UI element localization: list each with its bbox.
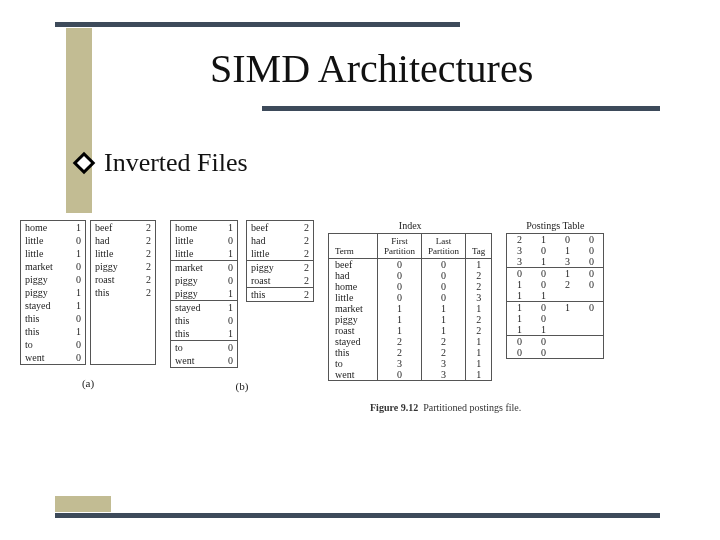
table-row: stayed1 bbox=[21, 299, 85, 312]
table-row: this2 bbox=[247, 288, 313, 301]
label-a: (a) bbox=[20, 377, 156, 389]
table-row: little0 bbox=[21, 234, 85, 247]
table-row: went0 bbox=[21, 351, 85, 364]
slide-title: SIMD Architectures bbox=[210, 45, 533, 92]
table-row: roast2 bbox=[247, 274, 313, 287]
table-row: this221 bbox=[329, 347, 492, 358]
table-row: this0 bbox=[171, 314, 237, 327]
table-row: this0 bbox=[21, 312, 85, 325]
table-row: home1 bbox=[171, 221, 237, 234]
table-row: piggy2 bbox=[91, 260, 155, 273]
table-row: beef2 bbox=[247, 221, 313, 234]
table-row: to0 bbox=[21, 338, 85, 351]
table-row: little2 bbox=[247, 247, 313, 260]
table-row: stayed221 bbox=[329, 336, 492, 347]
table-row: this1 bbox=[21, 325, 85, 338]
table-row: this1 bbox=[171, 327, 237, 340]
table-row: 1010 bbox=[507, 302, 604, 314]
segment: this2 bbox=[246, 287, 314, 302]
table-row: home002 bbox=[329, 281, 492, 292]
table-row: had002 bbox=[329, 270, 492, 281]
table-row: market111 bbox=[329, 303, 492, 314]
table-row: roast2 bbox=[91, 273, 155, 286]
top-rule bbox=[55, 22, 460, 27]
table-row: roast112 bbox=[329, 325, 492, 336]
table-row: piggy0 bbox=[21, 273, 85, 286]
table-row: 11 bbox=[507, 324, 604, 336]
table-a: home1little0little1market0piggy0piggy1st… bbox=[20, 220, 156, 389]
bottom-rule bbox=[55, 513, 660, 518]
postings-table-wrap: Postings Table 2100301031300010102011101… bbox=[506, 220, 604, 359]
table-row: 3130 bbox=[507, 256, 604, 268]
table-row: piggy2 bbox=[247, 261, 313, 274]
figure-number: Figure 9.12 bbox=[370, 402, 418, 413]
accent-bottom bbox=[55, 496, 111, 512]
table-row: 1020 bbox=[507, 279, 604, 290]
table-row: 00 bbox=[507, 347, 604, 359]
column-header: LastPartition bbox=[422, 234, 466, 259]
table-row: little2 bbox=[91, 247, 155, 260]
table-row: beef2 bbox=[91, 221, 155, 234]
mid-rule bbox=[262, 106, 660, 111]
table-row: piggy1 bbox=[171, 287, 237, 300]
table-row: this2 bbox=[91, 286, 155, 299]
table-row: stayed1 bbox=[171, 301, 237, 314]
table-row: went031 bbox=[329, 369, 492, 381]
segment: home1little0little1 bbox=[170, 220, 238, 260]
table-row: had2 bbox=[91, 234, 155, 247]
table-row: beef001 bbox=[329, 259, 492, 271]
table-row: went0 bbox=[171, 354, 237, 367]
table-row: little1 bbox=[171, 247, 237, 260]
segment: to0went0 bbox=[170, 340, 238, 368]
table-row: piggy1 bbox=[21, 286, 85, 299]
postings-header: Postings Table bbox=[506, 220, 604, 231]
segment: market0piggy0piggy1 bbox=[170, 260, 238, 300]
figure-caption: Figure 9.12 Partitioned postings file. bbox=[370, 402, 521, 413]
table-row: little003 bbox=[329, 292, 492, 303]
table-row: market0 bbox=[21, 260, 85, 273]
bullet-inverted-files: Inverted Files bbox=[104, 148, 248, 178]
table-row: 10 bbox=[507, 313, 604, 324]
index-table-wrap: Index TermFirstPartitionLastPartitionTag… bbox=[328, 220, 492, 381]
table-row: had2 bbox=[247, 234, 313, 247]
table-row: 0010 bbox=[507, 268, 604, 280]
accent-vertical bbox=[66, 28, 92, 213]
segment: beef2had2little2 bbox=[246, 220, 314, 260]
table-row: to331 bbox=[329, 358, 492, 369]
table-row: piggy112 bbox=[329, 314, 492, 325]
segment: stayed1this0this1 bbox=[170, 300, 238, 340]
table-row: market0 bbox=[171, 261, 237, 274]
table-row: 11 bbox=[507, 290, 604, 302]
label-b: (b) bbox=[170, 380, 314, 392]
segment: piggy2roast2 bbox=[246, 260, 314, 287]
table-row: little1 bbox=[21, 247, 85, 260]
table-row: home1 bbox=[21, 221, 85, 234]
column-header: Tag bbox=[466, 234, 492, 259]
table-row: little0 bbox=[171, 234, 237, 247]
table-b: home1little0little1market0piggy0piggy1st… bbox=[170, 220, 314, 392]
table-row: to0 bbox=[171, 341, 237, 354]
column-header: Term bbox=[329, 234, 378, 259]
table-row: 00 bbox=[507, 336, 604, 348]
table-row: piggy0 bbox=[171, 274, 237, 287]
table-row: 2100 bbox=[507, 234, 604, 246]
index-header: Index bbox=[328, 220, 492, 231]
figure-caption-text: Partitioned postings file. bbox=[423, 402, 521, 413]
column-header: FirstPartition bbox=[378, 234, 422, 259]
table-row: 3010 bbox=[507, 245, 604, 256]
figure-area: home1little0little1market0piggy0piggy1st… bbox=[20, 220, 708, 392]
